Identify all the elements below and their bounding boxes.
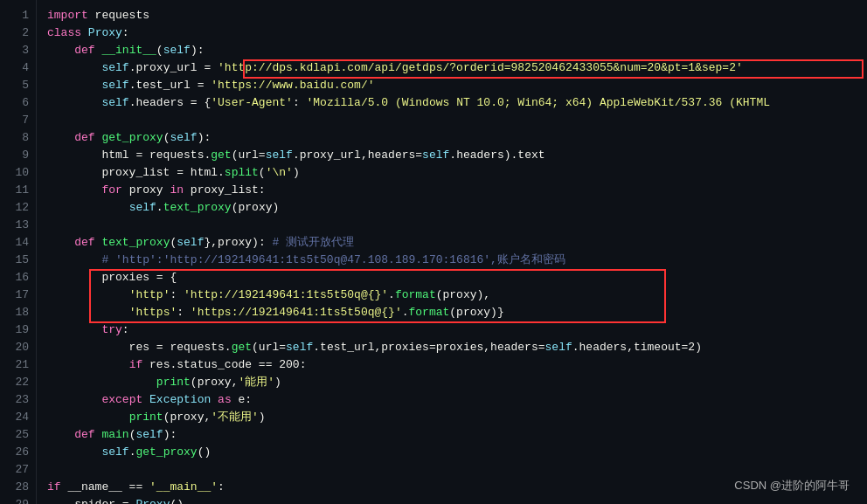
token: Proxy — [135, 498, 170, 504]
token — [47, 61, 101, 74]
code-line: except Exception as e: — [47, 391, 867, 409]
line-number: 6 — [0, 94, 36, 112]
token: for — [101, 183, 121, 197]
token — [47, 358, 129, 371]
code-line: self.headers = {'User-Agent': 'Mozilla/5… — [47, 94, 867, 112]
token: () — [198, 445, 212, 459]
line-number: 29 — [0, 496, 36, 504]
token — [47, 79, 101, 92]
token: .proxy_url,headers= — [293, 148, 422, 162]
token — [47, 236, 74, 249]
token: self — [101, 96, 128, 109]
code-line: def get_proxy(self): — [47, 129, 867, 147]
token: html = requests. — [47, 148, 211, 162]
token: . — [156, 201, 163, 214]
code-line: spider = Proxy() — [47, 496, 867, 504]
token: .test_url = — [129, 79, 212, 92]
code-line: self.text_proxy(proxy) — [47, 199, 867, 217]
token: except — [101, 393, 142, 406]
token: format — [395, 288, 436, 301]
token: : — [293, 96, 307, 109]
line-number: 17 — [0, 287, 36, 304]
token: proxy_list: — [184, 183, 266, 197]
token: ( — [259, 166, 266, 179]
code-line: # 'http':'http://192149641:1ts5t50q@47.1… — [47, 252, 867, 269]
token: as — [218, 393, 232, 406]
token: __init__ — [101, 44, 156, 57]
line-number: 16 — [0, 269, 36, 287]
token: Proxy — [88, 26, 122, 39]
token: ) — [274, 376, 281, 389]
token — [47, 96, 101, 109]
line-number: 27 — [0, 461, 36, 479]
token: (url= — [252, 341, 286, 354]
token — [211, 393, 218, 406]
token: e: — [232, 393, 252, 406]
token: (proxy)} — [449, 306, 503, 319]
token: (proxy) — [232, 201, 280, 214]
code-line: try: — [47, 321, 867, 339]
token: Exception — [149, 393, 211, 406]
token: print — [156, 376, 191, 389]
token: ) — [259, 411, 266, 424]
token: 'http://192149641:1ts5t50q@{}' — [184, 288, 388, 301]
line-number: 1 — [0, 7, 36, 24]
token: self — [170, 131, 197, 144]
token: ): — [191, 44, 205, 57]
code-line — [47, 461, 867, 479]
token — [47, 306, 129, 319]
token: 'https://www.baidu.com/' — [211, 79, 374, 92]
token: get_proxy — [101, 131, 163, 144]
token: .headers).text — [449, 148, 544, 162]
token: text_proxy — [101, 236, 170, 249]
token: (url= — [232, 148, 266, 162]
code-area: import requestsclass Proxy: def __init__… — [37, 0, 867, 504]
token: '不能用' — [211, 411, 259, 424]
code-editor: 1234567891011121314151617181920212223242… — [0, 0, 867, 504]
token — [47, 411, 129, 424]
token: def — [74, 44, 94, 57]
token: if — [47, 480, 61, 494]
token: : — [122, 323, 129, 336]
line-number: 12 — [0, 199, 36, 217]
token — [47, 393, 101, 406]
line-number: 28 — [0, 479, 36, 496]
line-number: 14 — [0, 234, 36, 252]
token: # 'http':'http://192149641:1ts5t50q@47.1… — [101, 253, 565, 266]
token: (proxy, — [191, 376, 239, 389]
token — [81, 26, 88, 39]
token: requests — [88, 9, 149, 22]
code-line: self.proxy_url = 'http://dps.kdlapi.com/… — [47, 59, 867, 77]
token: self — [163, 44, 191, 57]
code-line: proxies = { — [47, 269, 867, 287]
token: in — [170, 183, 184, 197]
token: res = requests. — [47, 341, 232, 354]
token: ( — [156, 44, 163, 57]
token — [47, 44, 74, 57]
token: self — [101, 61, 128, 74]
token: class — [47, 26, 81, 39]
token — [47, 201, 129, 214]
code-line: import requests — [47, 7, 867, 24]
token: get_proxy — [135, 445, 197, 459]
token: .headers,timeout=2) — [572, 341, 702, 354]
token — [47, 288, 129, 301]
token: ): — [163, 428, 177, 441]
code-line: def __init__(self): — [47, 42, 867, 59]
token — [47, 376, 156, 389]
line-number: 5 — [0, 77, 36, 94]
line-number: 11 — [0, 182, 36, 199]
code-line: print(proxy,'能用') — [47, 374, 867, 391]
token: spider = — [47, 498, 135, 504]
line-number: 10 — [0, 164, 36, 182]
token: try — [101, 323, 121, 336]
token: self — [177, 236, 204, 249]
line-number: 3 — [0, 42, 36, 59]
code-line: 'https': 'https://192149641:1ts5t50q@{}'… — [47, 304, 867, 321]
code-line: self.get_proxy() — [47, 444, 867, 461]
line-number: 15 — [0, 252, 36, 269]
token: 'http' — [129, 288, 170, 301]
line-number: 7 — [0, 112, 36, 129]
token: def — [74, 236, 94, 249]
token: res.status_code == 200: — [142, 358, 306, 371]
